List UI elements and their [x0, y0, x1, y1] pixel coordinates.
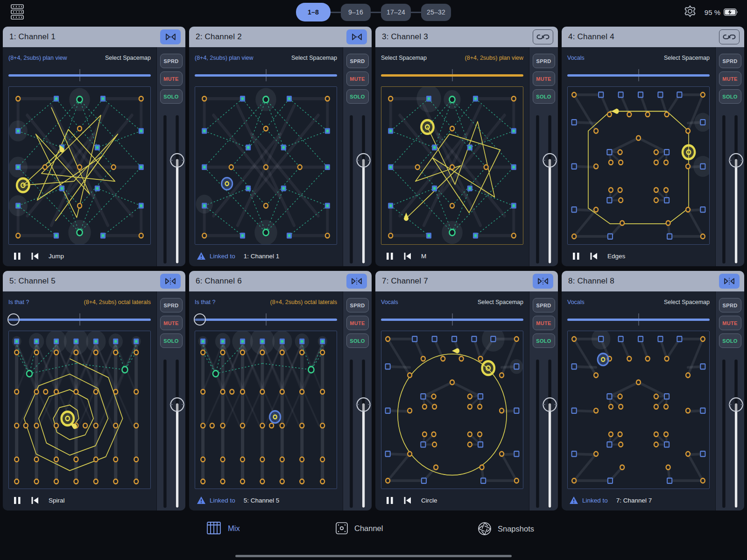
solo-button[interactable]: SOLO	[533, 89, 555, 104]
spread-slider[interactable]	[8, 65, 151, 85]
bank-tab-17-24[interactable]: 17–24	[381, 4, 411, 21]
spacemap-name-label[interactable]: Vocals	[381, 299, 398, 305]
channel-header[interactable]: 7: Channel 7	[375, 271, 558, 291]
pause-button[interactable]	[569, 249, 583, 263]
mute-button[interactable]: MUTE	[719, 71, 741, 86]
spacemap-name-label[interactable]: Vocals	[567, 55, 585, 61]
level-fader[interactable]	[716, 356, 744, 510]
spread-button[interactable]: SPRD	[719, 54, 741, 68]
mute-button[interactable]: MUTE	[346, 316, 369, 330]
spacemap-view[interactable]	[567, 331, 710, 489]
spread-button[interactable]: SPRD	[346, 298, 369, 312]
slider-track[interactable]	[8, 74, 151, 77]
spread-button[interactable]: SPRD	[346, 54, 369, 68]
trajectory-mode-button[interactable]	[160, 274, 181, 289]
tab-mix[interactable]: Mix	[207, 522, 240, 535]
spacemap-name-label[interactable]: Select Spacemap	[381, 55, 427, 61]
solo-button[interactable]: SOLO	[160, 89, 183, 104]
trajectory-mode-button[interactable]	[719, 274, 740, 289]
spread-button[interactable]: SPRD	[719, 298, 741, 312]
spread-button[interactable]: SPRD	[533, 298, 555, 312]
spacemap-view[interactable]	[195, 86, 337, 245]
home-indicator[interactable]	[235, 555, 512, 557]
mute-button[interactable]: MUTE	[719, 316, 741, 330]
solo-button[interactable]: SOLO	[719, 89, 741, 104]
skip-to-start-button[interactable]	[401, 493, 415, 507]
solo-button[interactable]: SOLO	[533, 333, 555, 348]
spread-slider[interactable]	[8, 309, 151, 330]
channel-header[interactable]: 6: Channel 6	[189, 271, 372, 291]
spread-button[interactable]: SPRD	[160, 54, 183, 68]
slider-track[interactable]	[381, 319, 523, 321]
level-fader[interactable]	[529, 112, 558, 266]
select-spacemap-label[interactable]: Select Spacemap	[478, 299, 523, 305]
spacemap-view[interactable]	[381, 86, 523, 245]
skip-to-start-button[interactable]	[28, 249, 42, 263]
spacemap-name-label[interactable]: (8+4, 2subs) plan view	[195, 55, 253, 61]
spacemap-name-label[interactable]: Is that ?	[8, 299, 29, 305]
select-spacemap-label[interactable]: Select Spacemap	[664, 299, 710, 305]
spacemap-name-label[interactable]: (8+4, 2subs) plan view	[8, 55, 67, 61]
level-fader[interactable]	[157, 112, 185, 266]
trajectory-mode-button[interactable]	[346, 274, 367, 289]
fader-banks-menu-icon[interactable]	[8, 3, 27, 21]
spread-button[interactable]: SPRD	[160, 298, 183, 312]
level-fader[interactable]	[343, 112, 372, 266]
slider-knob[interactable]	[7, 313, 20, 326]
link-button[interactable]	[533, 29, 553, 44]
channel-header[interactable]: 8: Channel 8	[562, 271, 744, 291]
spacemap-view[interactable]	[381, 331, 523, 489]
level-fader[interactable]	[716, 112, 744, 266]
slider-track[interactable]	[567, 319, 710, 321]
mute-button[interactable]: MUTE	[346, 71, 369, 86]
pause-button[interactable]	[383, 249, 397, 263]
skip-to-start-button[interactable]	[28, 493, 42, 507]
slider-knob[interactable]	[194, 313, 206, 326]
trajectory-mode-button[interactable]	[533, 274, 553, 289]
spacemap-view[interactable]	[195, 331, 337, 489]
slider-track[interactable]	[567, 74, 710, 77]
tab-channel[interactable]: Channel	[335, 522, 383, 535]
select-spacemap-label[interactable]: Select Spacemap	[105, 55, 151, 61]
slider-track[interactable]	[381, 74, 523, 77]
slider-track[interactable]	[195, 74, 337, 77]
pause-button[interactable]	[10, 493, 24, 507]
level-fader[interactable]	[529, 356, 558, 510]
tab-snapshots[interactable]: Snapshots	[478, 522, 534, 536]
spread-slider[interactable]	[381, 309, 523, 330]
level-fader[interactable]	[157, 356, 185, 510]
spread-slider[interactable]	[381, 65, 523, 85]
select-spacemap-label[interactable]: Select Spacemap	[664, 55, 710, 61]
trajectory-mode-button[interactable]	[160, 29, 181, 44]
spacemap-view[interactable]	[567, 86, 710, 245]
spread-slider[interactable]	[567, 309, 710, 330]
pause-button[interactable]	[10, 249, 24, 263]
skip-to-start-button[interactable]	[401, 249, 415, 263]
mute-button[interactable]: MUTE	[160, 316, 183, 330]
settings-gear-icon[interactable]	[683, 4, 697, 20]
spread-button[interactable]: SPRD	[533, 54, 555, 68]
select-spacemap-label[interactable]: (8+4, 2subs) plan view	[465, 55, 523, 61]
bank-tab-1-8[interactable]: 1–8	[296, 3, 331, 21]
channel-header[interactable]: 2: Channel 2	[189, 27, 372, 47]
trajectory-mode-button[interactable]	[346, 29, 367, 44]
mute-button[interactable]: MUTE	[533, 71, 555, 86]
spacemap-name-label[interactable]: Vocals	[567, 299, 585, 305]
skip-to-start-button[interactable]	[587, 249, 601, 263]
slider-track[interactable]	[195, 319, 337, 321]
spread-slider[interactable]	[195, 309, 337, 330]
channel-header[interactable]: 5: Channel 5	[3, 271, 185, 291]
select-spacemap-label[interactable]: Select Spacemap	[291, 55, 337, 61]
channel-header[interactable]: 3: Channel 3	[375, 27, 558, 47]
solo-button[interactable]: SOLO	[160, 333, 183, 348]
spacemap-view[interactable]	[8, 331, 151, 489]
pause-button[interactable]	[383, 493, 397, 507]
spacemap-view[interactable]	[8, 86, 151, 245]
solo-button[interactable]: SOLO	[719, 333, 741, 348]
bank-tab-9-16[interactable]: 9–16	[341, 4, 371, 21]
select-spacemap-label[interactable]: (8+4, 2subs) octal laterals	[84, 299, 151, 305]
spacemap-name-label[interactable]: Is that ?	[195, 299, 215, 305]
slider-track[interactable]	[8, 319, 151, 321]
mute-button[interactable]: MUTE	[160, 71, 183, 86]
channel-header[interactable]: 1: Channel 1	[3, 27, 185, 47]
